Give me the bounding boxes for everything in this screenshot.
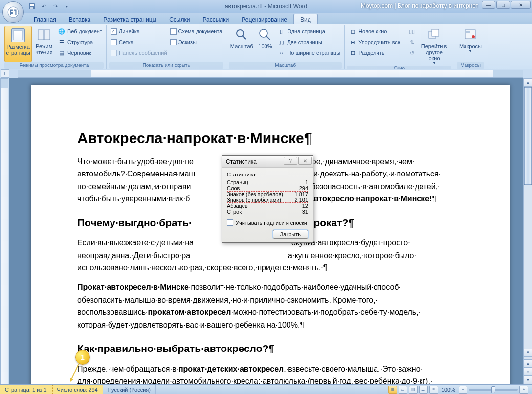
zoom-button[interactable]: Масштаб	[229, 26, 254, 62]
view-outline-button[interactable]: ☰	[419, 386, 428, 394]
tab-review[interactable]: Рецензирование	[235, 14, 293, 24]
zoom-100-button[interactable]: 100%	[254, 26, 276, 62]
reading-layout-button[interactable]: Режим чтения	[32, 26, 56, 62]
ruler-track[interactable]	[18, 70, 523, 78]
save-icon[interactable]	[27, 2, 36, 11]
arrange-all-button[interactable]: ⊞Упорядочить все	[347, 37, 402, 47]
paragraph: обезопасить·малыша·во·время·движения,·но…	[77, 295, 464, 306]
paragraph: для·определения·модели·автомобильного·кр…	[77, 376, 464, 384]
close-button[interactable]: ✕	[511, 1, 531, 9]
status-word-count[interactable]: Число слов: 294	[52, 385, 103, 394]
quick-access-toolbar: ↶ ↷ ▼	[27, 2, 71, 11]
svg-point-0	[8, 7, 19, 18]
two-pages-button[interactable]: ▯▯Две страницы	[276, 37, 342, 47]
dialog-label: Статистика:	[227, 172, 308, 177]
svg-rect-3	[30, 7, 33, 9]
side-by-side-button[interactable]: ▯▯	[406, 26, 417, 37]
outline-button[interactable]: ☰Структура	[56, 37, 104, 47]
sync-scroll-button[interactable]: ⇅	[406, 37, 417, 47]
tab-view[interactable]: Вид	[293, 14, 318, 24]
draft-icon: ▤	[58, 49, 66, 57]
tab-home[interactable]: Главная	[27, 14, 63, 24]
window-buttons: — □ ✕	[481, 1, 531, 9]
reset-position-icon: ↺	[408, 49, 416, 57]
status-page[interactable]: Страница: 1 из 1	[0, 385, 52, 394]
group-show-label: Показать или скрыть	[109, 62, 223, 69]
gridlines-checkbox[interactable]: Сетка	[109, 37, 169, 47]
scroll-down-button[interactable]: ▼	[524, 349, 532, 357]
web-layout-button[interactable]: 🌐Веб-документ	[56, 26, 104, 37]
stat-row-chars-no-spaces: Знаков (без пробелов)1 817	[227, 191, 308, 197]
scroll-thumb[interactable]	[524, 87, 532, 185]
view-print-layout-button[interactable]: ▦	[388, 386, 397, 394]
thumbnails-checkbox[interactable]: Эскизы	[169, 37, 224, 47]
one-page-button[interactable]: ▯Одна страница	[276, 26, 342, 37]
dialog-titlebar[interactable]: Статистика ? ✕	[222, 156, 313, 168]
zoom-slider-thumb[interactable]	[491, 386, 495, 393]
view-reading-button[interactable]: ▭	[399, 386, 407, 394]
zoom-level[interactable]: 100%	[442, 387, 455, 393]
tab-references[interactable]: Ссылки	[163, 14, 196, 24]
scroll-track[interactable]	[524, 185, 532, 349]
print-layout-button[interactable]: Разметка страницы	[4, 26, 32, 62]
draft-button[interactable]: ▤Черновик	[56, 47, 104, 58]
message-bar-checkbox[interactable]: Панель сообщений	[109, 47, 169, 58]
two-pages-icon: ▯▯	[277, 38, 285, 46]
horizontal-ruler[interactable]: L	[0, 69, 532, 78]
dialog-help-button[interactable]: ?	[284, 157, 297, 165]
redo-icon[interactable]: ↷	[51, 2, 60, 11]
ruler-ticks	[18, 71, 523, 78]
qat-dropdown-icon[interactable]: ▼	[63, 2, 71, 11]
heading-1: Автокресла·напрокат·в·Минске¶	[77, 129, 464, 149]
dialog-close-button[interactable]: ✕	[298, 157, 312, 165]
paragraph: неоправданна.·Дети·быстро·раа·купленное·…	[77, 250, 464, 261]
new-window-button[interactable]: ◻Новое окно	[347, 26, 402, 37]
undo-icon[interactable]: ↶	[39, 2, 48, 11]
zoom-out-button[interactable]: −	[459, 386, 467, 394]
paragraph: Прежде,·чем·обращаться·в·прокат·детских·…	[77, 364, 464, 374]
svg-point-8	[260, 29, 267, 37]
view-draft-button[interactable]: ≡	[429, 386, 438, 394]
status-language[interactable]: Русский (Россия)	[103, 385, 156, 394]
ruler-checkbox[interactable]: ✓Линейка	[109, 26, 169, 37]
zoom-in-button[interactable]: +	[519, 386, 528, 394]
split-button[interactable]: ⊟Разделить	[347, 47, 402, 58]
view-web-button[interactable]: ▤	[409, 386, 418, 394]
tab-pagelayout[interactable]: Разметка страницы	[97, 14, 163, 24]
tab-mailings[interactable]: Рассылки	[196, 14, 235, 24]
document-title: автокресла.rtf - Microsoft Word	[225, 3, 307, 10]
svg-line-7	[243, 36, 246, 39]
minimize-button[interactable]: —	[482, 1, 495, 9]
outline-icon: ☰	[58, 38, 66, 46]
maximize-button[interactable]: □	[496, 1, 510, 9]
vertical-scrollbar[interactable]: ▲ ▼ ▲ ○ ▼	[523, 78, 532, 384]
macros-button[interactable]: Макросы ▼	[457, 26, 484, 62]
stat-row-words: Слов294	[227, 185, 308, 191]
scroll-up-button[interactable]: ▲	[524, 78, 532, 87]
reset-position-button[interactable]: ↺	[406, 47, 417, 58]
browse-object-button[interactable]: ○	[524, 368, 532, 376]
status-bar: Страница: 1 из 1 Число слов: 294 Русский…	[0, 384, 532, 394]
document-map-checkbox[interactable]: Схема документа	[169, 26, 224, 37]
chevron-down-icon: ▼	[469, 49, 472, 53]
paragraph: Прокат·автокресел·в·Минске·позволит·не·т…	[77, 282, 464, 293]
print-layout-icon	[11, 28, 25, 42]
office-button[interactable]	[2, 1, 24, 23]
zoom-slider[interactable]	[469, 389, 518, 391]
tab-selector[interactable]: L	[1, 69, 9, 78]
tab-insert[interactable]: Вставка	[63, 14, 97, 24]
vertical-ruler[interactable]	[0, 78, 9, 384]
switch-windows-button[interactable]: Перейти в другое окно ▼	[417, 26, 451, 66]
stat-row-chars-with-spaces: Знаков (с пробелами)2 101	[227, 197, 308, 203]
dialog-title: Статистика	[226, 158, 257, 165]
include-footnotes-checkbox[interactable]: Учитывать надписи и сноски	[227, 219, 308, 226]
group-macros-label: Макросы	[457, 62, 484, 69]
svg-rect-4	[38, 30, 44, 40]
paragraph: которая·будет·удовлетворять·вас·и·вашего…	[77, 320, 464, 330]
next-page-button[interactable]: ▼	[524, 376, 532, 384]
paragraph: использовано·лишь·несколько·раз,·скорее·…	[77, 263, 464, 273]
one-page-icon: ▯	[277, 27, 285, 35]
prev-page-button[interactable]: ▲	[524, 359, 532, 368]
dialog-close-action-button[interactable]: Закрыть	[273, 230, 308, 239]
page-width-button[interactable]: ↔По ширине страницы	[276, 47, 342, 58]
